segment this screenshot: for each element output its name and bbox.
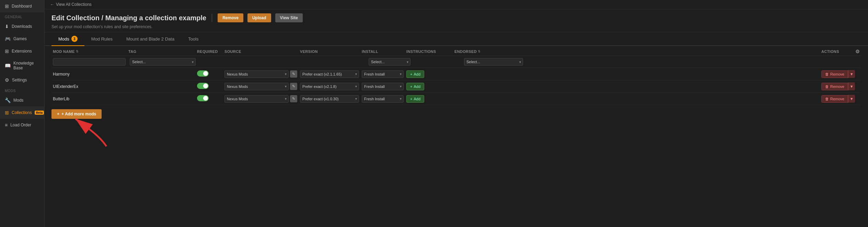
col-header-required: Required — [196, 49, 223, 54]
tab-tools-label: Tools — [188, 36, 198, 42]
row-uiextenderex-source: Nexus Mods ✎ — [223, 83, 299, 90]
row-harmony-name: Harmony — [51, 72, 127, 77]
harmony-source-select[interactable]: Nexus Mods — [224, 70, 289, 78]
sidebar-section-general: General — [0, 12, 44, 20]
mod-name-filter-input[interactable] — [53, 58, 126, 66]
sidebar-item-label: Mods — [13, 98, 23, 103]
add-more-plus-icon: + — [57, 112, 59, 116]
filter-tag: Select... — [128, 58, 197, 66]
uiextenderex-install-select[interactable]: Fresh Install — [362, 83, 404, 90]
harmony-remove-split-button[interactable]: ▾ — [848, 70, 855, 78]
filter-mod-name — [51, 58, 127, 66]
butterlib-version-select[interactable]: Prefer exact (v1.0.30) — [300, 95, 359, 103]
harmony-version-select[interactable]: Prefer exact (v2.1.1.65) — [300, 70, 359, 78]
title-divider — [212, 14, 212, 22]
trash-icon: 🗑 — [825, 84, 829, 89]
butterlib-add-instructions-button[interactable]: + Add — [406, 95, 424, 103]
page-title: Edit Collection / Managing a collection … — [51, 14, 206, 22]
load-order-icon: ≡ — [5, 122, 8, 128]
collections-icon: ⊞ — [5, 110, 9, 115]
butterlib-source-select[interactable]: Nexus Mods — [224, 95, 289, 103]
table-row: UIExtenderEx Nexus Mods ✎ P — [51, 80, 861, 93]
trash-icon: 🗑 — [825, 72, 829, 76]
sidebar-item-mods[interactable]: 🔧 Mods — [0, 94, 44, 106]
sidebar-item-games[interactable]: 🎮 Games — [0, 33, 44, 45]
butterlib-add-icon: + — [410, 97, 412, 101]
remove-button[interactable]: Remove — [218, 13, 243, 22]
tag-filter-select[interactable]: Select... — [130, 58, 196, 66]
row-butterlib-source: Nexus Mods ✎ — [223, 95, 299, 103]
sidebar-item-label: Extensions — [12, 49, 32, 54]
games-icon: 🎮 — [5, 36, 11, 42]
table-row: ButterLib Nexus Mods ✎ Pref — [51, 93, 861, 105]
col-header-instructions: Instructions — [405, 49, 453, 54]
actions-gear-icon[interactable]: ⚙ — [855, 49, 860, 54]
row-uiextenderex-name: UIExtenderEx — [51, 84, 127, 89]
upload-button[interactable]: Upload — [247, 13, 271, 22]
uiextenderex-source-edit-button[interactable]: ✎ — [290, 83, 297, 90]
harmony-install-select[interactable]: Fresh Install — [362, 70, 404, 78]
butterlib-install-select[interactable]: Fresh Install — [362, 95, 404, 103]
beta-badge: Beta — [35, 111, 44, 115]
sidebar-item-downloads[interactable]: ⬇ Downloads — [0, 20, 44, 33]
view-site-button[interactable]: View Site — [275, 13, 303, 22]
uiextenderex-version-select[interactable]: Prefer exact (v2.1.8) — [300, 83, 359, 90]
tab-mod-rules[interactable]: Mod Rules — [84, 32, 119, 46]
sidebar-item-settings[interactable]: ⚙ Settings — [0, 74, 44, 86]
trash-icon: 🗑 — [825, 97, 829, 101]
row-harmony-actions: 🗑 Remove ▾ — [820, 70, 861, 78]
row-butterlib-actions: 🗑 Remove ▾ — [820, 95, 861, 103]
add-more-mods-button[interactable]: + + Add more mods — [51, 109, 102, 119]
row-uiextenderex-actions: 🗑 Remove ▾ — [820, 82, 861, 90]
sidebar-item-label: Collections — [12, 110, 32, 115]
page-header: Edit Collection / Managing a collection … — [45, 9, 868, 32]
download-icon: ⬇ — [5, 24, 9, 29]
uiextenderex-source-select[interactable]: Nexus Mods — [224, 83, 289, 90]
butterlib-remove-split-button[interactable]: ▾ — [848, 95, 855, 103]
butterlib-remove-button[interactable]: 🗑 Remove — [821, 95, 848, 103]
uiextenderex-remove-button[interactable]: 🗑 Remove — [821, 83, 848, 90]
butterlib-required-toggle[interactable] — [197, 95, 209, 101]
dashboard-icon: ⊞ — [5, 3, 9, 9]
col-header-install: Install — [360, 49, 405, 54]
harmony-source-edit-button[interactable]: ✎ — [290, 70, 297, 78]
uiextenderex-add-instructions-button[interactable]: + Add — [406, 83, 424, 90]
harmony-add-instructions-button[interactable]: + Add — [406, 70, 424, 78]
topbar: ← View All Collections — [45, 0, 868, 9]
tab-mods[interactable]: Mods 3 — [51, 32, 84, 46]
tab-mount-blade[interactable]: Mount and Blade 2 Data — [119, 32, 181, 46]
sidebar-item-extensions[interactable]: ⊞ Extensions — [0, 45, 44, 57]
sidebar-item-collections[interactable]: ⊞ Collections Beta — [0, 106, 44, 119]
col-header-mod-name: Mod Name ⇅ — [51, 49, 127, 54]
back-link[interactable]: ← View All Collections — [50, 2, 92, 7]
sidebar-item-label: Settings — [12, 78, 27, 82]
sidebar-item-knowledge-base[interactable]: 📖 Knowledge Base — [0, 57, 44, 74]
uiextenderex-remove-split-button[interactable]: ▾ — [848, 82, 855, 90]
sidebar-item-load-order[interactable]: ≡ Load Order — [0, 119, 44, 131]
mods-icon: 🔧 — [5, 98, 11, 103]
row-harmony-source: Nexus Mods ✎ — [223, 70, 299, 78]
page-subtitle: Set up your mod collection's rules and s… — [51, 24, 861, 29]
row-harmony-required — [196, 70, 223, 78]
tab-mount-blade-label: Mount and Blade 2 Data — [126, 36, 174, 42]
endorsed-sort[interactable]: Endorsed ⇅ — [454, 49, 513, 54]
sidebar-item-label: Knowledge Base — [13, 61, 39, 70]
row-uiextenderex-instructions: + Add — [405, 83, 453, 90]
harmony-remove-button[interactable]: 🗑 Remove — [821, 70, 848, 78]
main-content: ← View All Collections Edit Collection /… — [45, 0, 868, 227]
row-butterlib-instructions: + Add — [405, 95, 453, 103]
tab-tools[interactable]: Tools — [181, 32, 205, 46]
col-header-endorsed: Endorsed ⇅ — [453, 49, 515, 54]
back-link-label: View All Collections — [56, 2, 92, 7]
uiextenderex-required-toggle[interactable] — [197, 83, 209, 89]
butterlib-source-edit-button[interactable]: ✎ — [290, 95, 297, 102]
endorsed-filter-select[interactable]: Select... — [464, 58, 523, 66]
sidebar-item-dashboard[interactable]: ⊞ Dashboard — [0, 0, 44, 12]
sidebar-section-mods: Mods — [0, 86, 44, 94]
add-more-container: + + Add more mods — [51, 105, 102, 119]
sidebar-item-label: Dashboard — [12, 4, 32, 9]
harmony-required-toggle[interactable] — [197, 70, 209, 77]
install-filter-select[interactable]: Select... — [369, 58, 410, 66]
row-harmony-install: Fresh Install — [360, 70, 405, 78]
mod-name-sort[interactable]: Mod Name ⇅ — [53, 49, 126, 54]
